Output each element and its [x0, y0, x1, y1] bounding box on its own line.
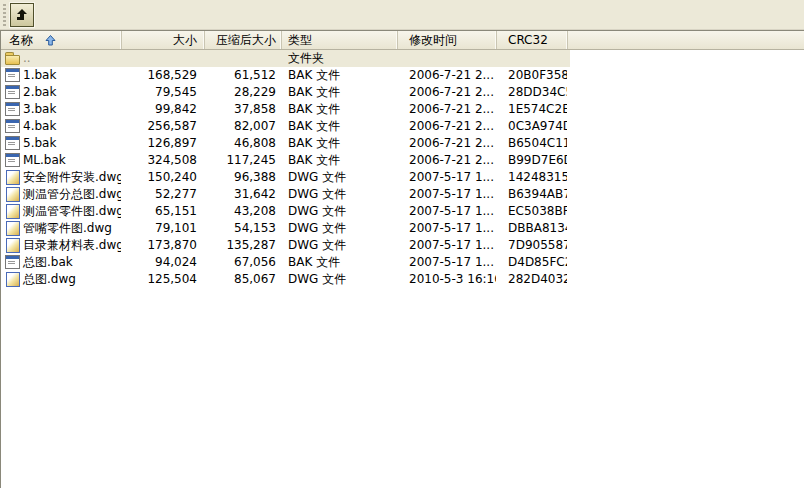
cell-crc32: B99D7E6D [497, 152, 568, 169]
cell-crc32: DBBA8134 [497, 220, 568, 237]
cell-size: 324,508 [122, 152, 205, 169]
cell-type: DWG 文件 [282, 220, 398, 237]
cell-packed: 28,229 [205, 84, 282, 101]
cell-size: 150,240 [122, 169, 205, 186]
cell-name: 目录兼材料表.dwg [1, 237, 122, 254]
column-header-mtime[interactable]: 修改时间 [398, 31, 497, 49]
cell-name: 管嘴零件图.dwg [1, 220, 122, 237]
file-row[interactable]: 测温管分总图.dwg 52,277 31,642 DWG 文件 2007-5-1… [1, 186, 570, 203]
bak-icon [5, 119, 20, 132]
column-header-label: 修改时间 [409, 31, 457, 49]
cell-modified: 2007-5-17 1... [398, 169, 497, 186]
cell-name: 总图.dwg [1, 271, 122, 288]
bak-icon [5, 102, 20, 115]
cell-packed: 96,388 [205, 169, 282, 186]
cell-modified: 2010-5-3 16:16 [398, 271, 497, 288]
cell-type: BAK 文件 [282, 67, 398, 84]
cell-modified: 2007-5-17 1... [398, 220, 497, 237]
cell-type: DWG 文件 [282, 237, 398, 254]
cell-type: DWG 文件 [282, 186, 398, 203]
file-name: 测温管零件图.dwg [23, 204, 122, 218]
cell-type: BAK 文件 [282, 135, 398, 152]
bak-icon [5, 255, 20, 268]
header-filler [568, 31, 804, 49]
file-row[interactable]: ML.bak 324,508 117,245 BAK 文件 2006-7-21 … [1, 152, 570, 169]
file-row[interactable]: 2.bak 79,545 28,229 BAK 文件 2006-7-21 2..… [1, 84, 570, 101]
cell-crc32 [497, 50, 568, 67]
cell-packed: 54,153 [205, 220, 282, 237]
dwg-icon [5, 170, 20, 183]
cell-packed: 117,245 [205, 152, 282, 169]
file-row[interactable]: 3.bak 99,842 37,858 BAK 文件 2006-7-21 2..… [1, 101, 570, 118]
cell-modified: 2006-7-21 2... [398, 135, 497, 152]
column-header-packed[interactable]: 压缩后大小 [205, 31, 282, 49]
cell-packed: 67,056 [205, 254, 282, 271]
cell-size: 168,529 [122, 67, 205, 84]
up-arrow-icon [15, 8, 29, 22]
cell-crc32: B6394AB7 [497, 186, 568, 203]
cell-name: 测温管零件图.dwg [1, 203, 122, 220]
file-name: 3.bak [23, 102, 56, 116]
cell-crc32: EC5038BF [497, 203, 568, 220]
column-header-label: 类型 [288, 31, 312, 49]
column-header-crc32[interactable]: CRC32 [497, 31, 568, 49]
cell-type: DWG 文件 [282, 169, 398, 186]
file-row[interactable]: 4.bak 256,587 82,007 BAK 文件 2006-7-21 2.… [1, 118, 570, 135]
cell-modified: 2006-7-21 2... [398, 84, 497, 101]
file-row[interactable]: 5.bak 126,897 46,808 BAK 文件 2006-7-21 2.… [1, 135, 570, 152]
toolbar [0, 0, 804, 30]
cell-name: ML.bak [1, 152, 122, 169]
dwg-icon [5, 272, 20, 285]
file-name: 总图.bak [23, 255, 73, 269]
cell-modified: 2007-5-17 1... [398, 254, 497, 271]
cell-modified: 2006-7-21 2... [398, 67, 497, 84]
cell-packed [205, 50, 282, 67]
cell-modified: 2007-5-17 1... [398, 186, 497, 203]
cell-type: DWG 文件 [282, 203, 398, 220]
up-one-level-button[interactable] [10, 3, 34, 27]
cell-name: 2.bak [1, 84, 122, 101]
file-list-view: 名称 大小 压缩后大小 类型 修改时间 CRC32 .. 文件夹 1.bak [0, 30, 804, 488]
file-name: 安全附件安装.dwg [23, 170, 122, 184]
column-header-name[interactable]: 名称 [1, 31, 122, 49]
file-row[interactable]: 管嘴零件图.dwg 79,101 54,153 DWG 文件 2007-5-17… [1, 220, 570, 237]
cell-packed: 135,287 [205, 237, 282, 254]
cell-type: BAK 文件 [282, 101, 398, 118]
cell-modified: 2006-7-21 2... [398, 152, 497, 169]
file-row[interactable]: 安全附件安装.dwg 150,240 96,388 DWG 文件 2007-5-… [1, 169, 570, 186]
file-row[interactable]: 总图.dwg 125,504 85,067 DWG 文件 2010-5-3 16… [1, 271, 570, 288]
cell-name: 5.bak [1, 135, 122, 152]
file-row[interactable]: 测温管零件图.dwg 65,151 43,208 DWG 文件 2007-5-1… [1, 203, 570, 220]
toolbar-gripper[interactable] [3, 4, 6, 26]
cell-crc32: 0C3A974D [497, 118, 568, 135]
file-row[interactable]: 目录兼材料表.dwg 173,870 135,287 DWG 文件 2007-5… [1, 237, 570, 254]
cell-modified [398, 50, 497, 67]
cell-crc32: D4D85FC2 [497, 254, 568, 271]
sort-ascending-icon [45, 35, 56, 46]
cell-type: BAK 文件 [282, 152, 398, 169]
column-header-label: 压缩后大小 [216, 31, 276, 49]
cell-size: 126,897 [122, 135, 205, 152]
header-row: 名称 大小 压缩后大小 类型 修改时间 CRC32 [1, 31, 804, 50]
cell-size: 173,870 [122, 237, 205, 254]
file-row[interactable]: 总图.bak 94,024 67,056 BAK 文件 2007-5-17 1.… [1, 254, 570, 271]
cell-name: 1.bak [1, 67, 122, 84]
file-name: 2.bak [23, 85, 56, 99]
cell-type: BAK 文件 [282, 254, 398, 271]
dwg-icon [5, 221, 20, 234]
file-row[interactable]: .. 文件夹 [1, 50, 570, 67]
cell-modified: 2007-5-17 1... [398, 237, 497, 254]
file-row[interactable]: 1.bak 168,529 61,512 BAK 文件 2006-7-21 2.… [1, 67, 570, 84]
cell-crc32: 20B0F358 [497, 67, 568, 84]
cell-type: BAK 文件 [282, 118, 398, 135]
file-name: 5.bak [23, 136, 56, 150]
cell-size: 256,587 [122, 118, 205, 135]
file-list: .. 文件夹 1.bak 168,529 61,512 BAK 文件 2006-… [1, 50, 804, 488]
column-header-type[interactable]: 类型 [282, 31, 398, 49]
cell-size [122, 50, 205, 67]
cell-crc32: 14248315 [497, 169, 568, 186]
cell-packed: 46,808 [205, 135, 282, 152]
column-header-size[interactable]: 大小 [122, 31, 205, 49]
cell-size: 94,024 [122, 254, 205, 271]
folder-icon [5, 51, 20, 64]
